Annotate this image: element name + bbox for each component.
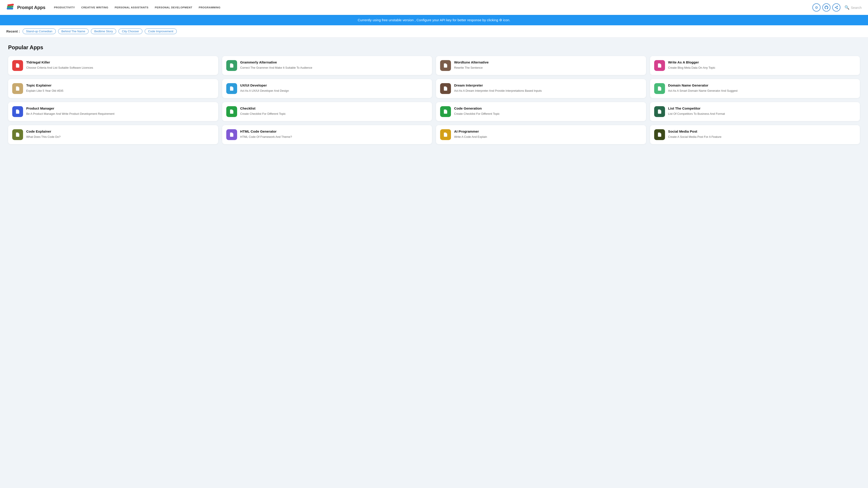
card-icon-uxui <box>226 83 237 94</box>
card-tldr[interactable]: TldrIegal Killer Choose Criteria And Lis… <box>8 56 218 75</box>
card-desc-checklist: Create Checklist For Different Topic <box>240 112 428 116</box>
recent-chip-3[interactable]: City Chooser <box>119 29 143 34</box>
card-body-uxui: UX/UI Developer Act As A UX/UI Developer… <box>240 83 428 93</box>
github-button[interactable] <box>822 3 831 11</box>
card-body-grammerly: Grammerly Alternative Correct The Gramme… <box>240 60 428 70</box>
card-body-dream: Dream Interpreter Act As A Dream Interpr… <box>454 83 642 93</box>
card-title-ai-programmer: AI Programmer <box>454 129 642 134</box>
nav-icons: ⚙ 🔍 Search <box>812 3 862 11</box>
card-icon-ai-programmer <box>440 129 451 140</box>
card-body-checklist: Checklist Create Checklist For Different… <box>240 106 428 116</box>
card-body-tldr: TldrIegal Killer Choose Criteria And Lis… <box>26 60 214 70</box>
card-body-list-competitor: List The Competitor List Of Competitors … <box>668 106 856 116</box>
card-grammerly[interactable]: Grammerly Alternative Correct The Gramme… <box>222 56 432 75</box>
banner-text: Currently using free unstable version , … <box>358 18 510 22</box>
settings-button[interactable]: ⚙ <box>812 3 820 11</box>
search-area[interactable]: 🔍 Search <box>844 5 862 10</box>
card-icon-list-competitor <box>654 106 665 117</box>
card-desc-html-generator: HTML Code Of Framework And Theme? <box>240 135 428 139</box>
card-uxui[interactable]: UX/UI Developer Act As A UX/UI Developer… <box>222 79 432 98</box>
svg-point-1 <box>835 7 836 8</box>
card-blogger[interactable]: Write As A Blogger Create Blog Meta Data… <box>650 56 860 75</box>
card-icon-blogger <box>654 60 665 71</box>
card-title-code-explainer: Code Explainer <box>26 129 214 134</box>
card-body-html-generator: HTML Code Generator HTML Code Of Framewo… <box>240 129 428 139</box>
share-button[interactable] <box>832 3 840 11</box>
nav-programming[interactable]: PROGRAMMING <box>195 1 224 14</box>
card-desc-product-manager: Be A Product Manager And Write Product D… <box>26 112 214 116</box>
card-icon-domain <box>654 83 665 94</box>
nav-personal-assistants[interactable]: PERSONAL ASSISTANTS <box>112 1 152 14</box>
card-wordtune[interactable]: Wordtune Alternative Rewrite The Sentenc… <box>436 56 646 75</box>
card-icon-tldr <box>12 60 23 71</box>
card-title-html-generator: HTML Code Generator <box>240 129 428 134</box>
card-body-ai-programmer: AI Programmer Write A Code And Explain <box>454 129 642 139</box>
navbar: Prompt Apps PRODUCTIVITY CREATIVE WRITIN… <box>0 0 868 15</box>
recent-chip-2[interactable]: Bedtime Story <box>91 29 116 34</box>
cards-grid: TldrIegal Killer Choose Criteria And Lis… <box>8 56 860 144</box>
card-body-topic-explainer: Topic Explainer Explain Like 5 Year Old … <box>26 83 214 93</box>
card-desc-code-explainer: What Does This Code Do? <box>26 135 214 139</box>
card-title-uxui: UX/UI Developer <box>240 83 428 88</box>
card-title-grammerly: Grammerly Alternative <box>240 60 428 65</box>
search-placeholder: Search <box>851 6 862 9</box>
brand-logo-link[interactable]: Prompt Apps <box>6 0 45 15</box>
card-body-domain: Domain Name Generator Act As A Smart Dom… <box>668 83 856 93</box>
card-title-checklist: Checklist <box>240 106 428 111</box>
card-desc-blogger: Create Blog Meta Data On Any Topic <box>668 66 856 70</box>
card-checklist[interactable]: Checklist Create Checklist For Different… <box>222 102 432 121</box>
card-title-tldr: TldrIegal Killer <box>26 60 214 65</box>
card-title-dream: Dream Interpreter <box>454 83 642 88</box>
card-product-manager[interactable]: Product Manager Be A Product Manager And… <box>8 102 218 121</box>
card-domain[interactable]: Domain Name Generator Act As A Smart Dom… <box>650 79 860 98</box>
card-desc-list-competitor: List Of Competitors To Business And Form… <box>668 112 856 116</box>
card-code-generation[interactable]: Code Generation Create Checklist For Dif… <box>436 102 646 121</box>
nav-links: PRODUCTIVITY CREATIVE WRITING PERSONAL A… <box>51 1 812 14</box>
section-title: Popular Apps <box>8 44 860 51</box>
card-title-domain: Domain Name Generator <box>668 83 856 88</box>
nav-productivity[interactable]: PRODUCTIVITY <box>51 1 78 14</box>
card-icon-grammerly <box>226 60 237 71</box>
svg-point-2 <box>837 8 838 9</box>
card-icon-code-explainer <box>12 129 23 140</box>
card-desc-topic-explainer: Explain Like 5 Year Old #Eli5 <box>26 89 214 93</box>
card-desc-social-media: Create A Social Media Post For A Feature <box>668 135 856 139</box>
card-title-blogger: Write As A Blogger <box>668 60 856 65</box>
main-content: Popular Apps TldrIegal Killer Choose Cri… <box>0 37 868 151</box>
card-body-product-manager: Product Manager Be A Product Manager And… <box>26 106 214 116</box>
card-topic-explainer[interactable]: Topic Explainer Explain Like 5 Year Old … <box>8 79 218 98</box>
card-desc-code-generation: Create Checklist For Different Topic <box>454 112 642 116</box>
svg-line-4 <box>836 6 837 7</box>
recent-chip-1[interactable]: Behind The Name <box>58 29 89 34</box>
recent-bar: Recent : Stand-up Comedian Behind The Na… <box>0 25 868 37</box>
card-dream[interactable]: Dream Interpreter Act As A Dream Interpr… <box>436 79 646 98</box>
card-title-list-competitor: List The Competitor <box>668 106 856 111</box>
card-body-code-generation: Code Generation Create Checklist For Dif… <box>454 106 642 116</box>
recent-chip-0[interactable]: Stand-up Comedian <box>23 29 56 34</box>
card-icon-code-generation <box>440 106 451 117</box>
card-code-explainer[interactable]: Code Explainer What Does This Code Do? <box>8 125 218 144</box>
card-desc-dream: Act As A Dream Interpreter And Provide I… <box>454 89 642 93</box>
card-title-wordtune: Wordtune Alternative <box>454 60 642 65</box>
card-ai-programmer[interactable]: AI Programmer Write A Code And Explain <box>436 125 646 144</box>
card-html-generator[interactable]: HTML Code Generator HTML Code Of Framewo… <box>222 125 432 144</box>
card-desc-tldr: Choose Criteria And List Suitable Softwa… <box>26 66 214 70</box>
card-body-social-media: Social Media Post Create A Social Media … <box>668 129 856 139</box>
recent-label: Recent : <box>6 29 20 33</box>
card-desc-ai-programmer: Write A Code And Explain <box>454 135 642 139</box>
notification-banner: Currently using free unstable version , … <box>0 15 868 25</box>
card-body-wordtune: Wordtune Alternative Rewrite The Sentenc… <box>454 60 642 70</box>
card-title-social-media: Social Media Post <box>668 129 856 134</box>
card-title-code-generation: Code Generation <box>454 106 642 111</box>
recent-chip-4[interactable]: Code Improvement <box>145 29 177 34</box>
brand-logo <box>6 3 15 12</box>
card-social-media[interactable]: Social Media Post Create A Social Media … <box>650 125 860 144</box>
nav-creative-writing[interactable]: CREATIVE WRITING <box>78 1 112 14</box>
search-icon: 🔍 <box>844 5 849 10</box>
card-icon-dream <box>440 83 451 94</box>
card-desc-wordtune: Rewrite The Sentence <box>454 66 642 70</box>
card-list-competitor[interactable]: List The Competitor List Of Competitors … <box>650 102 860 121</box>
svg-point-0 <box>837 6 838 7</box>
card-icon-topic-explainer <box>12 83 23 94</box>
nav-personal-development[interactable]: PERSONAL DEVELOPMENT <box>152 1 195 14</box>
